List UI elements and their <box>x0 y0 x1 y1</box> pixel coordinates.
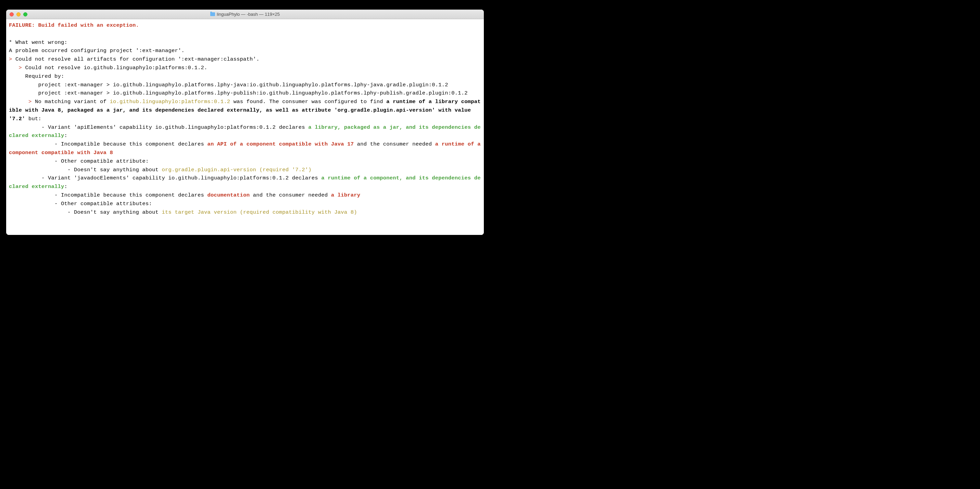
required-by-line: Required by: <box>9 73 64 80</box>
variant-javadoc-line: - Variant 'javadocElements' capability i… <box>9 175 321 181</box>
window-title: linguaPhylo — -bash — 119×25 <box>210 12 280 17</box>
error-marker: > <box>9 65 25 71</box>
close-button[interactable] <box>10 12 14 16</box>
project-line-2: project :ext-manager > io.github.linguap… <box>9 90 468 96</box>
project-line-1: project :ext-manager > io.github.linguap… <box>9 82 448 88</box>
doesnt-say-java-line: - Doesn't say anything about <box>9 209 162 215</box>
failure-line: FAILURE: Build failed with an exception. <box>9 22 139 29</box>
api-java17: an API of a component compatible with Ja… <box>207 141 354 147</box>
resolve-artifacts-line: Could not resolve all artifacts for conf… <box>16 56 259 62</box>
folder-icon <box>210 12 215 16</box>
titlebar[interactable]: linguaPhylo — -bash — 119×25 <box>6 10 484 19</box>
incompatible-doc-line: - Incompatible because this component de… <box>9 192 207 198</box>
colon: : <box>64 183 68 190</box>
incompatible-line: - Incompatible because this component de… <box>9 141 207 147</box>
maximize-button[interactable] <box>23 12 27 16</box>
package-name: io.github.linguaphylo:platforms:0.1.2 <box>110 99 231 105</box>
variant-api-line: - Variant 'apiElements' capability io.gi… <box>9 124 308 131</box>
colon: : <box>64 132 68 139</box>
was-found-text: was found. The consumer was configured t… <box>230 99 386 105</box>
error-marker: > <box>9 99 35 105</box>
terminal-output[interactable]: FAILURE: Build failed with an exception.… <box>6 19 484 235</box>
consumer-needed-text: and the consumer needed <box>250 192 331 198</box>
library-text: a library <box>331 192 361 198</box>
title-text: linguaPhylo — -bash — 119×25 <box>217 12 280 17</box>
other-compat-attrs-line: - Other compatible attributes: <box>9 201 152 207</box>
traffic-lights <box>10 12 27 16</box>
terminal-window: linguaPhylo — -bash — 119×25 FAILURE: Bu… <box>6 10 484 235</box>
problem-line: A problem occurred configuring project '… <box>9 48 185 54</box>
no-matching-text: No matching variant of <box>35 99 110 105</box>
minimize-button[interactable] <box>16 12 21 16</box>
consumer-needed-text: and the consumer needed <box>354 141 435 147</box>
other-compat-line: - Other compatible attribute: <box>9 158 149 164</box>
documentation-text: documentation <box>207 192 250 198</box>
error-marker: > <box>9 56 16 62</box>
target-java-version: its target Java version (required compat… <box>162 209 357 215</box>
could-not-resolve-line: Could not resolve io.github.linguaphylo:… <box>25 65 207 71</box>
gradle-plugin-version: org.gradle.plugin.api-version (required … <box>162 167 312 173</box>
but-text: but: <box>25 116 42 122</box>
what-went-wrong-header: * What went wrong: <box>9 39 67 46</box>
doesnt-say-line: - Doesn't say anything about <box>9 167 162 173</box>
